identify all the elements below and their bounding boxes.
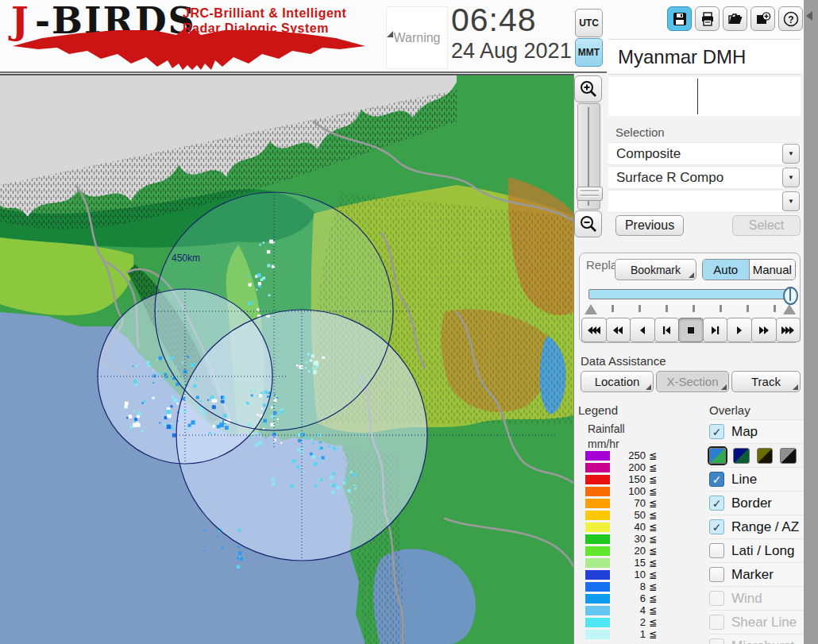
legend-operator: ≦ — [649, 474, 657, 485]
timeline-tick — [666, 305, 668, 312]
overlay-row-border: Border — [709, 491, 804, 515]
warning-panel[interactable]: Warning — [386, 6, 448, 69]
select-button[interactable]: Select — [732, 215, 801, 236]
selection-field-1-dropdown-button[interactable] — [782, 144, 800, 164]
legend-value: 200 — [610, 461, 646, 473]
playback-step-forward-button[interactable] — [703, 318, 728, 342]
clock-time: 06:48 — [451, 2, 537, 39]
overlay-row-map: Map — [709, 419, 804, 443]
legend-unit-1: Rainfall — [588, 422, 625, 435]
wind-label: Wind — [731, 591, 762, 607]
mmt-button[interactable]: MMT — [575, 38, 603, 67]
x-section-button[interactable]: X-Section — [656, 371, 729, 392]
playback-fast-forward-2-button[interactable] — [751, 318, 777, 342]
manual-button[interactable]: Manual — [750, 260, 796, 280]
line-checkbox[interactable] — [709, 472, 724, 487]
replay-panel: Replay Bookmark Auto Manual — [579, 253, 801, 343]
range-start-marker-icon[interactable] — [585, 304, 597, 314]
legend-value: 100 — [610, 485, 646, 497]
overlay-checkbox-list: MapLineBorderRange / AZLati / LongMarker… — [709, 419, 804, 644]
save-button[interactable] — [667, 6, 692, 31]
zoom-slider-handle[interactable] — [577, 187, 603, 201]
zoom-in-button[interactable] — [574, 75, 602, 102]
line-label: Line — [731, 472, 757, 488]
previous-button[interactable]: Previous — [615, 215, 684, 236]
add-image-button[interactable] — [750, 6, 775, 31]
legend-swatch — [585, 594, 610, 604]
selection-field-3-dropdown-button[interactable] — [782, 191, 800, 211]
legend-value: 2 — [610, 616, 646, 628]
bookmark-button[interactable]: Bookmark — [615, 259, 696, 280]
legend-swatch — [585, 451, 610, 461]
jbirds-app: J -BIRDS JRC-Brilliant & Intelligent Rad… — [0, 0, 818, 644]
play-reverse-icon — [636, 326, 649, 334]
overlay-row-line: Line — [709, 467, 804, 491]
legend-row: 40≦ — [585, 521, 712, 533]
legend-swatch — [585, 582, 610, 592]
legend-swatch — [585, 606, 610, 615]
menu-corner-icon — [689, 272, 694, 278]
track-button[interactable]: Track — [731, 371, 801, 392]
timeline-tick — [693, 305, 695, 312]
map-palette-3[interactable] — [757, 448, 774, 464]
step-forward-icon — [709, 326, 722, 334]
overlay-row-microburst: Microburst — [709, 634, 804, 644]
legend-operator: ≦ — [649, 462, 657, 473]
map-checkbox[interactable] — [709, 424, 724, 439]
map-palette-4[interactable] — [780, 448, 797, 464]
selection-field-1[interactable]: Composite — [608, 142, 801, 165]
replay-slider-handle[interactable] — [783, 287, 798, 305]
playback-step-back-button[interactable] — [654, 318, 680, 342]
timeline-tick — [720, 305, 722, 312]
legend-value: 250 — [610, 449, 646, 461]
map-label: Map — [731, 424, 758, 440]
legend-operator: ≦ — [649, 498, 657, 509]
panel-collapse-strip[interactable] — [804, 0, 818, 644]
radar-map-canvas: 450km — [0, 74, 573, 644]
microburst-checkbox[interactable] — [709, 638, 724, 644]
stop-icon — [685, 326, 697, 334]
svg-text:?: ? — [788, 13, 793, 25]
legend-operator: ≦ — [649, 510, 657, 521]
print-button[interactable] — [695, 6, 720, 31]
playback-play-reverse-button[interactable] — [630, 318, 655, 342]
marker-checkbox[interactable] — [709, 567, 724, 582]
range-az-checkbox[interactable] — [709, 519, 724, 534]
shear-line-checkbox[interactable] — [709, 615, 724, 630]
range-end-marker-icon[interactable] — [783, 304, 796, 314]
overlay-label: Overlay — [709, 403, 750, 417]
selection-field-3[interactable] — [608, 190, 801, 213]
fast-forward-2-icon — [758, 326, 770, 334]
legend-operator: ≦ — [649, 629, 657, 640]
map-palette-1[interactable] — [709, 448, 726, 464]
open-folder-button[interactable] — [723, 6, 747, 31]
location-button[interactable]: Location — [581, 371, 654, 392]
map-palette-2[interactable] — [733, 448, 750, 464]
zoom-slider[interactable] — [577, 103, 600, 210]
help-button[interactable]: ? — [778, 6, 803, 31]
legend-swatch — [585, 511, 610, 520]
playback-fast-rewind-2-button[interactable] — [606, 318, 631, 342]
replay-tick-row — [585, 304, 796, 316]
timeline-tick — [612, 305, 614, 312]
legend-value: 150 — [610, 473, 646, 485]
playback-fast-forward-3-button[interactable] — [776, 318, 801, 342]
menu-corner-icon — [721, 384, 727, 390]
utc-button[interactable]: UTC — [575, 9, 603, 37]
selection-field-2[interactable]: Surface R Compo — [608, 166, 801, 189]
playback-fast-rewind-3-button[interactable] — [581, 318, 607, 342]
playback-play-button[interactable] — [727, 318, 752, 342]
legend-swatch — [585, 499, 610, 508]
legend-value: 10 — [610, 569, 646, 580]
auto-button[interactable]: Auto — [703, 260, 750, 280]
radar-map[interactable]: 450km — [0, 74, 574, 644]
zoom-out-button[interactable] — [574, 210, 602, 237]
border-checkbox[interactable] — [709, 496, 724, 511]
magnifier-minus-icon — [579, 214, 598, 233]
info-box-divider — [697, 79, 698, 114]
lati-long-checkbox[interactable] — [709, 543, 724, 558]
replay-timeline-slider[interactable] — [588, 289, 793, 299]
selection-field-2-dropdown-button[interactable] — [782, 168, 800, 187]
playback-stop-button[interactable] — [678, 318, 704, 342]
wind-checkbox[interactable] — [709, 591, 724, 606]
